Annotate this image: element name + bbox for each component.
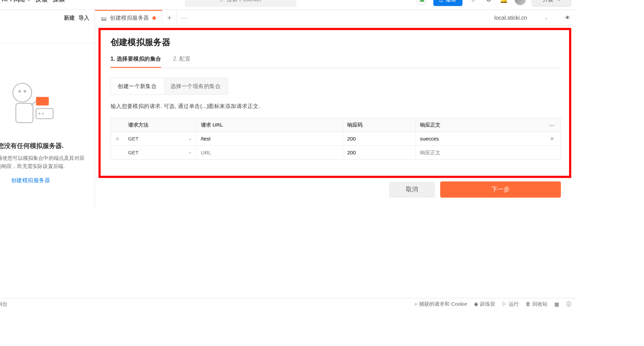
subtab-existing-collection[interactable]: 选择一个现有的集合	[164, 78, 228, 94]
svg-point-2	[23, 90, 26, 93]
code-input[interactable]	[347, 136, 411, 142]
requests-table: 请求方法 请求 URL 响应码 响应正文 ⋯ ≡ GET⌄ ✕ GET⌄	[111, 118, 561, 160]
table-row: GET⌄	[111, 146, 560, 160]
environment-selector[interactable]: local.sticki.cn ⌄ 👁	[488, 10, 576, 26]
empty-description: 模拟服务器使您可以模拟集合中的端点及其对应的响应，而无需实际设置后端.	[0, 154, 95, 171]
new-button[interactable]: 新建	[64, 14, 75, 22]
trash-button[interactable]: 🗑 回收站	[526, 301, 548, 308]
th-body: 响应正文	[416, 118, 543, 132]
eye-icon[interactable]: 👁	[565, 15, 570, 21]
next-button[interactable]: 下一步	[440, 181, 561, 198]
row-delete-button[interactable]: ✕	[544, 132, 561, 145]
cookies-button[interactable]: ⟐ 捕获的请求和 Cookie	[414, 301, 467, 308]
table-row: ≡ GET⌄ ✕	[111, 132, 560, 146]
settings-icon[interactable]: ⚙	[484, 0, 493, 4]
empty-illustration	[1, 73, 61, 133]
url-input[interactable]	[201, 136, 338, 142]
import-button[interactable]: 导入	[78, 14, 90, 22]
invite-button[interactable]: ⍰邀请	[433, 0, 462, 6]
statusbar: ▥ ⌕ 查找和替换 ▢ 控制台 ⟐ 捕获的请求和 Cookie ◉ 训练营 ▷ …	[0, 298, 576, 310]
svg-point-0	[13, 83, 31, 102]
tab-create-mock[interactable]: 🖴 创建模拟服务器	[95, 10, 162, 26]
sidebar-panel: + ☰ 您没有任何模拟服务器. 模拟服务器使您可以模拟集合中的端点及其对应的响应…	[0, 26, 95, 207]
svg-rect-4	[36, 97, 49, 105]
svg-point-1	[18, 90, 21, 93]
page-title: 创建模拟服务器	[111, 37, 561, 48]
nav-api-network[interactable]: API 网络⌄	[2, 0, 30, 3]
unsaved-dot-icon	[153, 16, 156, 20]
search-input[interactable]: ⌕ 搜索 Postman	[185, 0, 296, 7]
search-icon: ⌕	[220, 0, 223, 3]
bootcamp-button[interactable]: ◉ 训练营	[474, 301, 495, 308]
empty-title: 您没有任何模拟服务器.	[0, 142, 64, 150]
tab-options-button[interactable]: ⋯	[177, 10, 191, 26]
layout-icon[interactable]: ▦	[554, 301, 559, 307]
svg-rect-3	[16, 103, 33, 123]
svg-point-7	[42, 113, 43, 114]
notifications-icon[interactable]: 🔔	[499, 0, 509, 4]
nav-explore[interactable]: 探索	[53, 0, 65, 3]
url-input[interactable]	[201, 150, 338, 156]
table-more-button[interactable]: ⋯	[544, 118, 561, 132]
body-input[interactable]	[420, 136, 539, 142]
hint-text: 输入您要模拟的请求. 可选, 通过单击(...)图标来添加请求正文.	[111, 103, 561, 110]
step-select-collection[interactable]: 1. 选择要模拟的集合	[111, 55, 161, 68]
drag-handle-icon[interactable]: ≡	[111, 132, 124, 145]
avatar[interactable]	[515, 0, 526, 5]
th-url: 请求 URL	[197, 118, 343, 132]
console-button[interactable]: ▢ 控制台	[0, 301, 7, 308]
main-content: 创建模拟服务器 1. 选择要模拟的集合 2. 配置 创建一个新集合 选择一个现有…	[95, 26, 576, 207]
help-icon[interactable]: ⓘ	[566, 301, 571, 308]
nav-feedback[interactable]: 反馈	[36, 0, 47, 3]
step-configure[interactable]: 2. 配置	[173, 55, 190, 68]
header: 首页 工作区⌄ API 网络⌄ 反馈 探索 ⌕ 搜索 Postman ☁ ⍰邀请…	[0, 0, 576, 10]
new-tab-button[interactable]: +	[162, 10, 177, 26]
method-select[interactable]: GET⌄	[128, 136, 192, 142]
th-code: 响应码	[343, 118, 416, 132]
chevron-down-icon: ⌄	[544, 16, 548, 20]
server-icon: 🖴	[101, 15, 107, 21]
upgrade-button[interactable]: 升级⌄	[532, 0, 571, 6]
code-input[interactable]	[347, 150, 411, 156]
workspace-selector[interactable]: ⚭ scblogs 新建 导入	[0, 10, 95, 26]
capture-icon[interactable]: ⟐	[468, 0, 478, 4]
cancel-button[interactable]: 取消	[389, 181, 435, 198]
runner-button[interactable]: ▷ 运行	[502, 301, 519, 308]
subtab-new-collection[interactable]: 创建一个新集合	[111, 78, 164, 94]
th-method: 请求方法	[124, 118, 197, 132]
sync-icon[interactable]: ☁	[416, 0, 428, 5]
create-mock-link[interactable]: 创建模拟服务器	[11, 177, 50, 185]
svg-point-6	[38, 113, 40, 114]
method-select[interactable]: GET⌄	[128, 150, 192, 156]
body-input[interactable]	[420, 150, 539, 156]
